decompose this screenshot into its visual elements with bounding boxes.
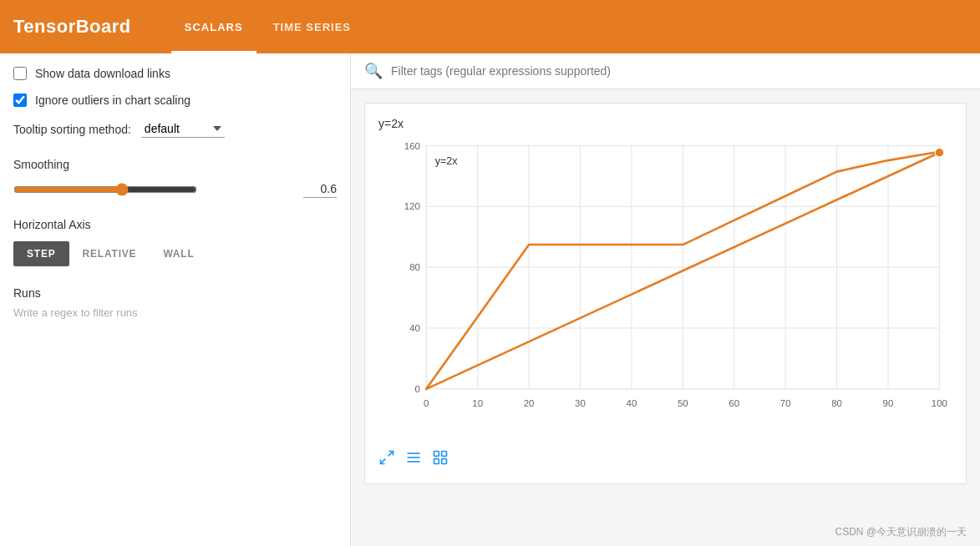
svg-text:50: 50 — [678, 398, 688, 408]
chart-card-title: y=2x — [378, 117, 952, 130]
svg-text:20: 20 — [524, 398, 535, 408]
svg-text:0: 0 — [415, 384, 420, 394]
axis-btn-wall[interactable]: WALL — [150, 241, 207, 266]
charts-area: y=2x — [351, 89, 980, 522]
sidebar-scroll[interactable]: Show data download links Ignore outliers… — [0, 53, 350, 546]
show-download-label: Show data download links — [35, 67, 170, 80]
svg-text:100: 100 — [932, 398, 947, 408]
svg-rect-42 — [442, 451, 447, 456]
chart-svg: 0 40 80 120 160 0 10 20 30 40 50 60 70 8… — [378, 137, 952, 432]
svg-rect-43 — [434, 459, 439, 464]
chart-card: y=2x — [364, 103, 967, 484]
tooltip-select[interactable]: default ascending descending nearest — [141, 120, 225, 138]
svg-text:80: 80 — [409, 262, 420, 272]
main-layout: Show data download links Ignore outliers… — [0, 53, 980, 546]
nav-time-series[interactable]: TIME SERIES — [260, 0, 364, 53]
ignore-outliers-label: Ignore outliers in chart scaling — [35, 94, 190, 107]
svg-text:40: 40 — [627, 398, 637, 408]
svg-text:y=2x: y=2x — [435, 155, 458, 167]
tooltip-label: Tooltip sorting method: — [13, 123, 131, 136]
search-icon: 🔍 — [364, 62, 383, 80]
svg-text:10: 10 — [472, 398, 483, 408]
smoothing-label: Smoothing — [13, 158, 337, 171]
svg-rect-41 — [434, 451, 439, 456]
runs-label: Runs — [13, 286, 337, 300]
axis-btn-relative[interactable]: RELATIVE — [69, 241, 150, 266]
expand-icon[interactable] — [378, 449, 395, 470]
filter-input[interactable] — [391, 64, 967, 78]
nav-scalars[interactable]: SCALARS — [171, 0, 256, 53]
show-download-row: Show data download links — [13, 67, 337, 80]
header: TensorBoard SCALARS TIME SERIES — [0, 0, 980, 53]
sidebar: Show data download links Ignore outliers… — [0, 53, 351, 546]
svg-text:40: 40 — [409, 323, 420, 333]
filter-bar: 🔍 — [351, 53, 980, 89]
svg-text:70: 70 — [780, 398, 791, 408]
svg-text:120: 120 — [404, 201, 420, 211]
svg-text:60: 60 — [729, 398, 739, 408]
horizontal-axis-label: Horizontal Axis — [13, 218, 337, 231]
show-download-checkbox[interactable] — [13, 67, 27, 80]
app-logo: TensorBoard — [13, 16, 131, 38]
svg-text:160: 160 — [404, 141, 420, 151]
axis-btn-step[interactable]: STEP — [13, 241, 69, 266]
smoothing-slider[interactable] — [13, 183, 197, 196]
svg-text:30: 30 — [575, 398, 586, 408]
smoothing-value: 0.6 — [303, 182, 337, 198]
ignore-outliers-row: Ignore outliers in chart scaling — [13, 94, 337, 107]
smoothing-slider-container — [13, 181, 293, 198]
watermark: CSDN @今天意识崩溃的一天 — [351, 522, 980, 546]
smoothing-row: 0.6 — [13, 181, 337, 198]
svg-rect-44 — [442, 459, 447, 464]
svg-line-36 — [388, 451, 394, 456]
svg-text:0: 0 — [424, 398, 429, 408]
runs-filter-placeholder[interactable]: Write a regex to filter runs — [13, 306, 337, 319]
tooltip-row: Tooltip sorting method: default ascendin… — [13, 120, 337, 138]
fit-icon[interactable] — [432, 449, 449, 470]
svg-line-37 — [381, 459, 386, 464]
content-area: 🔍 y=2x — [351, 53, 980, 546]
main-nav: SCALARS TIME SERIES — [171, 0, 364, 53]
svg-text:80: 80 — [831, 398, 842, 408]
ignore-outliers-checkbox[interactable] — [13, 94, 27, 107]
axis-buttons: STEP RELATIVE WALL — [13, 241, 337, 266]
chart-footer — [378, 442, 952, 470]
svg-text:90: 90 — [883, 398, 894, 408]
svg-point-35 — [935, 149, 943, 157]
menu-icon[interactable] — [405, 449, 422, 470]
